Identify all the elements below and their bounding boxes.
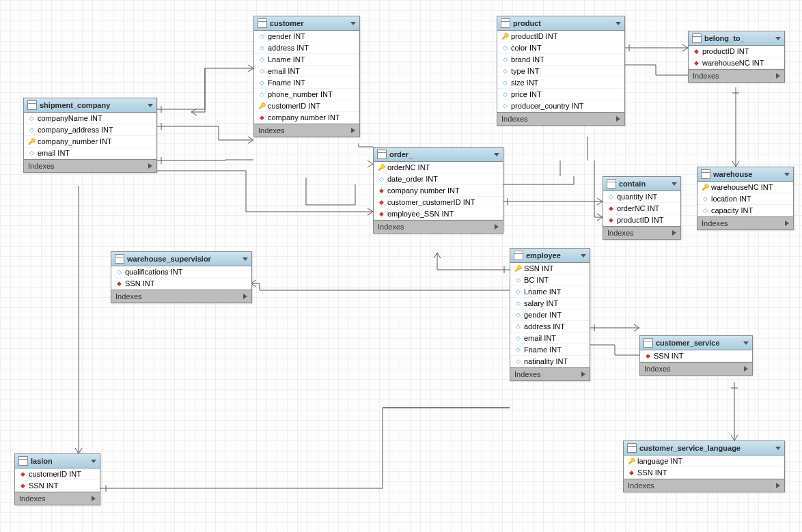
entity-belong_to_[interactable]: belong_to_◆productID INT◆warehouseNC INT… xyxy=(688,31,785,83)
column-row[interactable]: ◆SSN INT xyxy=(624,467,784,479)
collapse-arrow-icon[interactable] xyxy=(672,182,677,186)
column-row[interactable]: ◆customerID INT xyxy=(15,468,100,480)
column-row[interactable]: ◆SSN INT xyxy=(15,480,100,492)
collapse-arrow-icon[interactable] xyxy=(581,254,586,257)
column-row[interactable]: ◇size INT xyxy=(497,77,624,89)
entity-header[interactable]: order_ xyxy=(374,148,503,162)
collapse-arrow-icon[interactable] xyxy=(243,257,248,261)
column-row[interactable]: ◇gender INT xyxy=(254,31,359,42)
column-row[interactable]: ◆customer_customerID INT xyxy=(374,197,503,208)
entity-header[interactable]: warehouse_supervisior xyxy=(111,252,251,266)
entity-warehouse_supervisior[interactable]: warehouse_supervisior◇qualifications INT… xyxy=(111,251,252,303)
column-row[interactable]: ◆employee_SSN INT xyxy=(374,208,503,220)
column-row[interactable]: ◇color INT xyxy=(497,42,624,54)
entity-header[interactable]: warehouse xyxy=(697,167,793,182)
entity-header[interactable]: customer_service xyxy=(640,336,752,350)
column-row[interactable]: ◇Fname INT xyxy=(510,344,590,356)
indexes-section[interactable]: Indexes xyxy=(374,220,503,233)
column-row[interactable]: ◆orderNC INT xyxy=(603,203,680,214)
column-row[interactable]: 🔑warehouseNC INT xyxy=(697,182,793,193)
column-row[interactable]: ◇company_address INT xyxy=(24,124,156,136)
column-row[interactable]: ◇producer_country INT xyxy=(497,100,624,112)
column-row[interactable]: ◇Lname INT xyxy=(254,54,359,66)
entity-customer[interactable]: customer◇gender INT◇address INT◇Lname IN… xyxy=(253,16,360,137)
indexes-section[interactable]: Indexes xyxy=(111,290,251,303)
collapse-arrow-icon[interactable] xyxy=(743,341,749,345)
column-row[interactable]: 🔑SSN INT xyxy=(510,263,590,275)
entity-contain[interactable]: contain◇quantity INT◆orderNC INT◆product… xyxy=(603,176,681,240)
indexes-section[interactable]: Indexes xyxy=(497,112,624,125)
indexes-section[interactable]: Indexes xyxy=(697,216,793,229)
column-row[interactable]: 🔑orderNC INT xyxy=(374,162,503,173)
column-row[interactable]: ◆productID INT xyxy=(603,214,680,226)
column-row[interactable]: ◇price INT xyxy=(497,89,624,100)
entity-customer_service[interactable]: customer_service◆SSN INTIndexes xyxy=(639,335,753,376)
entity-header[interactable]: customer_service_language xyxy=(624,441,784,456)
entity-order_[interactable]: order_🔑orderNC INT◇date_order INT◆compan… xyxy=(373,147,503,234)
expand-arrow-icon[interactable] xyxy=(776,483,780,488)
column-row[interactable]: ◇BC INT xyxy=(510,275,590,286)
entity-lasion[interactable]: lasion◆customerID INT◆SSN INTIndexes xyxy=(14,453,100,505)
column-row[interactable]: ◇address INT xyxy=(510,321,590,333)
entity-header[interactable]: product xyxy=(497,16,624,31)
column-row[interactable]: ◇companyName INT xyxy=(24,113,156,124)
indexes-section[interactable]: Indexes xyxy=(603,226,680,239)
column-row[interactable]: ◇email INT xyxy=(254,66,359,77)
collapse-arrow-icon[interactable] xyxy=(784,173,790,176)
column-row[interactable]: ◇Lname INT xyxy=(510,286,590,298)
column-row[interactable]: ◇email INT xyxy=(510,333,590,344)
column-row[interactable]: ◇address INT xyxy=(254,42,359,54)
entity-warehouse[interactable]: warehouse🔑warehouseNC INT◇location INT◇c… xyxy=(697,167,794,230)
entity-shipment_company[interactable]: shipment_company◇companyName INT◇company… xyxy=(23,98,157,173)
entity-employee[interactable]: employee🔑SSN INT◇BC INT◇Lname INT◇salary… xyxy=(510,248,590,381)
column-row[interactable]: ◆SSN INT xyxy=(640,350,752,362)
indexes-section[interactable]: Indexes xyxy=(24,159,156,172)
column-row[interactable]: ◆SSN INT xyxy=(111,278,251,290)
entity-customer_service_language[interactable]: customer_service_language🔑language INT◆S… xyxy=(623,440,785,492)
expand-arrow-icon[interactable] xyxy=(744,366,748,372)
column-row[interactable]: ◇qualifications INT xyxy=(111,266,251,278)
column-row[interactable]: ◇brand INT xyxy=(497,54,624,66)
expand-arrow-icon[interactable] xyxy=(616,116,620,122)
entity-header[interactable]: belong_to_ xyxy=(689,31,784,46)
indexes-section[interactable]: Indexes xyxy=(689,69,784,82)
collapse-arrow-icon[interactable] xyxy=(91,460,96,463)
column-row[interactable]: ◆company number INT xyxy=(374,185,503,197)
expand-arrow-icon[interactable] xyxy=(581,372,585,377)
collapse-arrow-icon[interactable] xyxy=(616,22,621,25)
expand-arrow-icon[interactable] xyxy=(785,221,789,226)
collapse-arrow-icon[interactable] xyxy=(148,104,153,107)
indexes-section[interactable]: Indexes xyxy=(15,492,100,505)
column-row[interactable]: 🔑language INT xyxy=(624,456,784,467)
column-row[interactable]: ◇gender INT xyxy=(510,309,590,321)
column-row[interactable]: ◆company number INT xyxy=(254,112,359,124)
column-row[interactable]: ◇capacity INT xyxy=(697,205,793,216)
expand-arrow-icon[interactable] xyxy=(495,224,499,229)
indexes-section[interactable]: Indexes xyxy=(254,124,359,137)
entity-header[interactable]: lasion xyxy=(15,454,100,468)
indexes-section[interactable]: Indexes xyxy=(510,367,590,380)
expand-arrow-icon[interactable] xyxy=(672,230,676,236)
column-row[interactable]: ◇quantity INT xyxy=(603,191,680,203)
column-row[interactable]: 🔑customerID INT xyxy=(254,100,359,112)
entity-product[interactable]: product🔑productID INT◇color INT◇brand IN… xyxy=(497,16,625,126)
collapse-arrow-icon[interactable] xyxy=(775,447,781,450)
column-row[interactable]: ◇date_order INT xyxy=(374,173,503,185)
entity-header[interactable]: employee xyxy=(510,249,590,263)
expand-arrow-icon[interactable] xyxy=(776,73,780,79)
column-row[interactable]: 🔑company_number INT xyxy=(24,136,156,148)
column-row[interactable]: 🔑productID INT xyxy=(497,31,624,42)
collapse-arrow-icon[interactable] xyxy=(350,22,356,25)
column-row[interactable]: ◆productID INT xyxy=(689,46,784,57)
expand-arrow-icon[interactable] xyxy=(243,294,247,299)
column-row[interactable]: ◇Fname INT xyxy=(254,77,359,89)
column-row[interactable]: ◇salary INT xyxy=(510,298,590,309)
collapse-arrow-icon[interactable] xyxy=(775,37,781,40)
collapse-arrow-icon[interactable] xyxy=(494,153,499,156)
entity-header[interactable]: shipment_company xyxy=(24,98,156,113)
expand-arrow-icon[interactable] xyxy=(148,163,152,169)
expand-arrow-icon[interactable] xyxy=(351,128,355,133)
entity-header[interactable]: customer xyxy=(254,16,359,31)
column-row[interactable]: ◆warehouseNC INT xyxy=(689,57,784,69)
column-row[interactable]: ◇natinality INT xyxy=(510,356,590,367)
